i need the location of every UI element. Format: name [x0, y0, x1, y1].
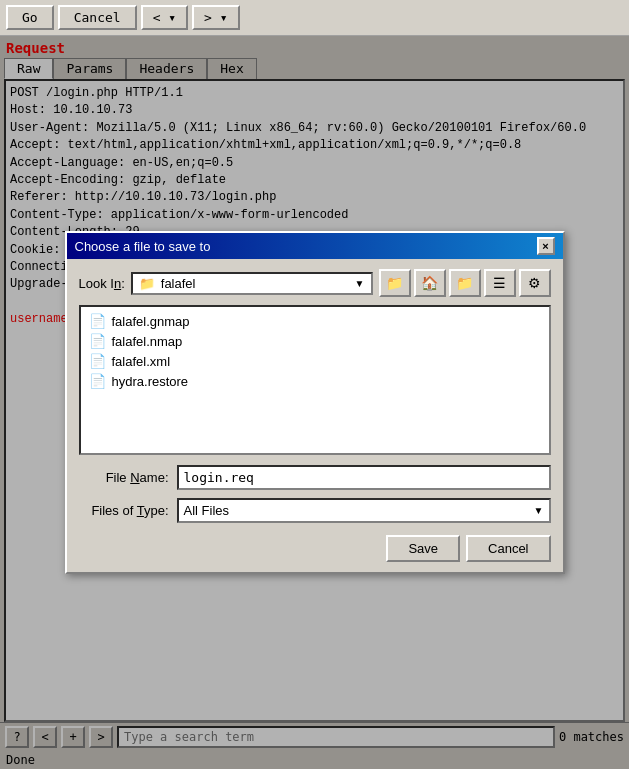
cancel-button[interactable]: Cancel — [58, 5, 137, 30]
look-in-select[interactable]: 📁 falafel ▼ — [131, 272, 373, 295]
dialog-cancel-button[interactable]: Cancel — [466, 535, 550, 562]
files-of-type-row: Files of Type: All Files ▼ — [79, 498, 551, 523]
file-name-row: File Name: — [79, 465, 551, 490]
look-in-value: falafel — [161, 276, 196, 291]
files-of-type-select[interactable]: All Files ▼ — [177, 498, 551, 523]
file-name: falafel.nmap — [112, 334, 183, 349]
folder-icon: 📁 — [139, 276, 155, 291]
look-in-row: Look In: 📁 falafel ▼ 📁 🏠 📁 ☰ ⚙ — [79, 269, 551, 297]
list-item[interactable]: 📄 hydra.restore — [85, 371, 545, 391]
list-item[interactable]: 📄 falafel.xml — [85, 351, 545, 371]
dialog-buttons: Save Cancel — [79, 531, 551, 562]
dialog-titlebar: Choose a file to save to × — [67, 233, 563, 259]
file-icon: 📄 — [89, 313, 106, 329]
list-item[interactable]: 📄 falafel.gnmap — [85, 311, 545, 331]
dialog-body: Look In: 📁 falafel ▼ 📁 🏠 📁 ☰ ⚙ — [67, 259, 563, 572]
file-icon: 📄 — [89, 333, 106, 349]
dialog-close-button[interactable]: × — [537, 237, 555, 255]
file-name: falafel.gnmap — [112, 314, 190, 329]
save-button[interactable]: Save — [386, 535, 460, 562]
main-area: Request Raw Params Headers Hex POST /log… — [0, 36, 629, 769]
settings-button[interactable]: ⚙ — [519, 269, 551, 297]
new-folder-button[interactable]: 📁 — [379, 269, 411, 297]
list-view-button[interactable]: ☰ — [484, 269, 516, 297]
chevron-down-icon: ▼ — [355, 278, 365, 289]
look-in-label: Look In: — [79, 276, 125, 291]
file-name: falafel.xml — [112, 354, 171, 369]
look-in-toolbar: 📁 🏠 📁 ☰ ⚙ — [379, 269, 551, 297]
toolbar: Go Cancel < ▾ > ▾ — [0, 0, 629, 36]
file-name: hydra.restore — [112, 374, 189, 389]
chevron-down-icon: ▼ — [534, 505, 544, 516]
dialog-title: Choose a file to save to — [75, 239, 211, 254]
file-dialog: Choose a file to save to × Look In: 📁 fa… — [65, 231, 565, 574]
home-button[interactable]: 🏠 — [414, 269, 446, 297]
file-list[interactable]: 📄 falafel.gnmap 📄 falafel.nmap 📄 falafel… — [79, 305, 551, 455]
files-of-type-value: All Files — [184, 503, 230, 518]
back-button[interactable]: < ▾ — [141, 5, 188, 30]
bookmarks-button[interactable]: 📁 — [449, 269, 481, 297]
file-name-input[interactable] — [177, 465, 551, 490]
modal-overlay: Choose a file to save to × Look In: 📁 fa… — [0, 36, 629, 769]
list-item[interactable]: 📄 falafel.nmap — [85, 331, 545, 351]
file-icon: 📄 — [89, 373, 106, 389]
go-button[interactable]: Go — [6, 5, 54, 30]
files-of-type-label: Files of Type: — [79, 503, 169, 518]
forward-button[interactable]: > ▾ — [192, 5, 239, 30]
file-name-label: File Name: — [79, 470, 169, 485]
file-icon: 📄 — [89, 353, 106, 369]
